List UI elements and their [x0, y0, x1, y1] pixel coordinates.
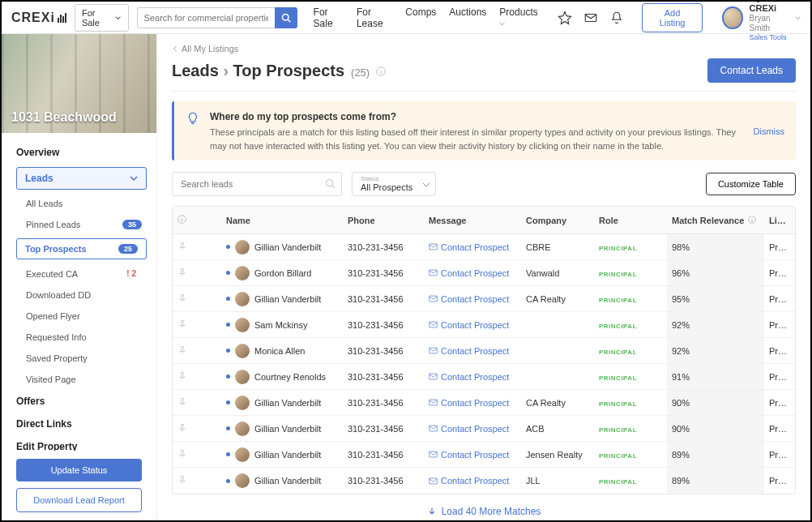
contact-prospect-link[interactable]: Contact Prospect: [429, 346, 516, 356]
logo[interactable]: CREXi: [11, 11, 66, 25]
sidebar-item-executed[interactable]: Executed CA ! 2: [2, 263, 156, 285]
name-cell[interactable]: Gillian Vanderbilt: [221, 396, 343, 410]
nav-for-sale[interactable]: For Sale: [314, 6, 344, 29]
activity-cell: Prospect - no activity: [764, 268, 795, 278]
nav-for-lease[interactable]: For Lease: [357, 6, 392, 29]
col-name[interactable]: Name: [221, 216, 343, 225]
contact-prospect-link[interactable]: Contact Prospect: [429, 398, 516, 408]
svg-line-1: [288, 19, 290, 22]
table-row[interactable]: Courtney Renolds310-231-3456Contact Pros…: [173, 364, 795, 390]
phone-cell: 310-231-3456: [343, 372, 424, 382]
avatar: [235, 447, 250, 462]
sidebar-item-top-prospects[interactable]: Top Prospects 25: [16, 238, 147, 259]
for-sale-dropdown[interactable]: For Sale: [75, 4, 129, 32]
sidebar-item-pinned[interactable]: Pinned Leads 35: [2, 214, 156, 235]
contact-leads-button[interactable]: Contact Leads: [707, 58, 796, 83]
col-phone[interactable]: Phone: [343, 216, 424, 225]
search-icon: [325, 178, 335, 189]
contact-prospect-link[interactable]: Contact Prospect: [429, 424, 516, 434]
name-cell[interactable]: Gillian Vanderbilt: [221, 421, 343, 436]
name-cell[interactable]: Sam Mckinsy: [221, 318, 343, 332]
envelope-icon: [429, 242, 438, 251]
table-row[interactable]: Gillian Vanderbilt310-231-3456Contact Pr…: [173, 416, 795, 442]
contact-prospect-link[interactable]: Contact Prospect: [429, 372, 516, 382]
download-lead-report-button[interactable]: Download Lead Report: [16, 488, 142, 512]
info-icon[interactable]: i: [376, 66, 386, 76]
tip-body-text: These principals are a match for this li…: [210, 126, 737, 152]
star-icon[interactable]: [558, 11, 572, 25]
name-cell[interactable]: Gillian Vanderbilt: [221, 292, 343, 306]
tip-dismiss[interactable]: Dismiss: [754, 126, 785, 136]
sidebar-item-edit-property[interactable]: Edit Property: [2, 435, 156, 451]
col-match[interactable]: Match Relevance i: [667, 216, 764, 225]
col-message[interactable]: Message: [424, 216, 521, 225]
pin-icon[interactable]: [177, 371, 187, 381]
svg-rect-20: [430, 322, 438, 327]
pin-icon[interactable]: [177, 267, 187, 277]
pin-icon[interactable]: [177, 423, 187, 433]
pin-icon[interactable]: [177, 319, 187, 329]
contact-prospect-link[interactable]: Contact Prospect: [429, 320, 516, 330]
name-cell[interactable]: Gillian Vanderbilt: [221, 447, 343, 462]
pin-icon[interactable]: [177, 345, 187, 355]
sidebar-item-opened[interactable]: Opened Flyer: [2, 306, 156, 327]
search-button[interactable]: [275, 7, 297, 28]
nav-products[interactable]: Products: [499, 6, 537, 29]
search-leads-input[interactable]: [172, 172, 342, 196]
table-row[interactable]: Gillian Vanderbilt310-231-3456Contact Pr…: [173, 442, 795, 468]
sidebar-item-overview[interactable]: Overview: [2, 141, 156, 164]
sidebar-item-leads[interactable]: Leads: [16, 167, 147, 190]
name-cell[interactable]: Courtney Renolds: [221, 370, 343, 384]
update-status-button[interactable]: Update Status: [16, 459, 142, 481]
breadcrumb-back[interactable]: All My Listings: [172, 44, 796, 53]
sidebar-item-all-leads[interactable]: All Leads: [2, 193, 156, 214]
add-listing-button[interactable]: Add Listing: [642, 3, 703, 32]
contact-prospect-link[interactable]: Contact Prospect: [429, 268, 516, 278]
col-activity[interactable]: Listing Activity i: [764, 216, 795, 225]
col-company[interactable]: Company: [521, 216, 594, 225]
status-dropdown[interactable]: Status All Prospects: [352, 172, 436, 196]
envelope-icon[interactable]: [583, 11, 598, 25]
name-cell[interactable]: Gillian Vanderbilt: [221, 473, 343, 488]
bell-icon[interactable]: [609, 11, 624, 25]
sidebar-item-offers[interactable]: Offers: [2, 390, 156, 413]
pin-icon[interactable]: [177, 293, 187, 303]
contact-prospect-link[interactable]: Contact Prospect: [429, 476, 516, 486]
chevron-down-icon: [130, 174, 138, 182]
name-cell[interactable]: Monica Allen: [221, 344, 343, 358]
table-row[interactable]: Gordon Billard310-231-3456Contact Prospe…: [173, 260, 795, 286]
table-row[interactable]: Gillian Vanderbilt310-231-3456Contact Pr…: [173, 468, 795, 494]
name-cell[interactable]: Gordon Billard: [221, 266, 343, 280]
phone-cell: 310-231-3456: [343, 398, 424, 408]
name-cell[interactable]: Gillian Vanderbilt: [221, 240, 343, 255]
table-row[interactable]: Gillian Vanderbilt310-231-3456Contact Pr…: [173, 234, 795, 260]
pin-icon[interactable]: [177, 475, 187, 485]
pin-icon[interactable]: [177, 449, 187, 459]
pin-icon[interactable]: [177, 242, 187, 251]
contact-prospect-link[interactable]: Contact Prospect: [429, 294, 516, 304]
sidebar-item-saved[interactable]: Saved Property: [2, 348, 156, 369]
sidebar-item-direct-links[interactable]: Direct Links: [2, 413, 156, 435]
table-row[interactable]: Sam Mckinsy310-231-3456Contact ProspectP…: [173, 312, 795, 338]
customize-table-button[interactable]: Customize Table: [706, 173, 796, 195]
sidebar-item-visited[interactable]: Visited Page: [2, 369, 156, 390]
col-role[interactable]: Role: [594, 216, 667, 225]
nav-comps[interactable]: Comps: [405, 6, 436, 29]
sidebar-item-requested[interactable]: Requested Info: [2, 327, 156, 348]
pin-icon[interactable]: [177, 397, 187, 407]
company-cell: ACB: [521, 424, 594, 434]
table-row[interactable]: Monica Allen310-231-3456Contact Prospect…: [173, 338, 795, 364]
search-input[interactable]: [137, 7, 275, 28]
table-row[interactable]: Gillian Vanderbilt310-231-3456Contact Pr…: [173, 286, 795, 312]
nav-auctions[interactable]: Auctions: [449, 6, 486, 29]
load-more[interactable]: Load 40 More Matches: [172, 494, 796, 520]
match-cell: 98%: [667, 234, 764, 259]
avatar: [235, 344, 250, 358]
contact-prospect-link[interactable]: Contact Prospect: [429, 450, 516, 460]
company-cell: CA Realty: [521, 294, 594, 304]
content: All My Listings Leads › Top Prospects (2…: [157, 34, 810, 520]
chevron-down-icon: [422, 181, 430, 189]
contact-prospect-link[interactable]: Contact Prospect: [429, 242, 516, 252]
table-row[interactable]: Gillian Vanderbilt310-231-3456Contact Pr…: [173, 390, 795, 416]
sidebar-item-downloaded[interactable]: Downloaded DD: [2, 285, 156, 306]
